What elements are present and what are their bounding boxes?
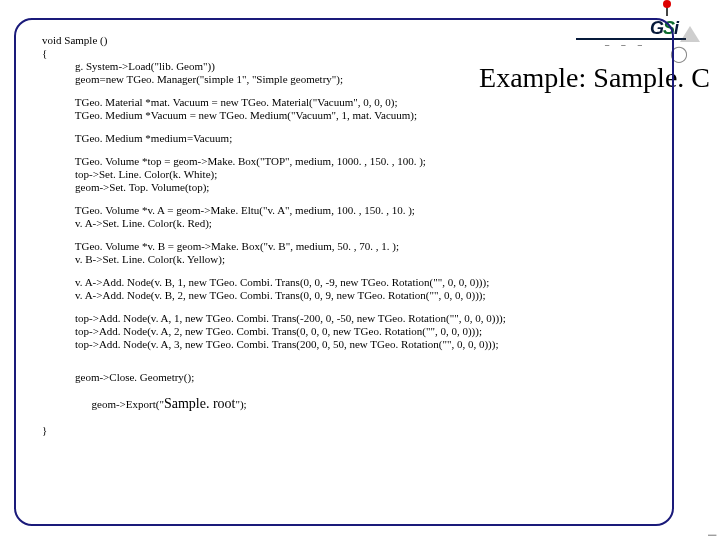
triangle-icon	[680, 26, 700, 42]
code-line: geom=new TGeo. Manager("simple 1", "Simp…	[42, 73, 658, 86]
code-line: g. System->Load("lib. Geom"))	[42, 60, 658, 73]
code-line: TGeo. Volume *v. A = geom->Make. Eltu("v…	[42, 204, 658, 217]
code-text: geom->Export("	[59, 398, 164, 410]
code-line: top->Add. Node(v. A, 1, new TGeo. Combi.…	[42, 312, 658, 325]
code-line: }	[42, 424, 658, 437]
code-line: TGeo. Volume *top = geom->Make. Box("TOP…	[42, 155, 658, 168]
code-line: TGeo. Medium *medium=Vacuum;	[42, 132, 658, 145]
code-line: TGeo. Medium *Vacuum = new TGeo. Medium(…	[42, 109, 658, 122]
code-line: top->Set. Line. Color(k. White);	[42, 168, 658, 181]
gsi-i: i	[674, 18, 678, 38]
code-frame: void Sample () { g. System->Load("lib. G…	[14, 18, 674, 526]
code-text: ");	[235, 398, 246, 410]
code-emph: Sample. root	[164, 396, 236, 411]
slide: GSi ◯ ─ ─ ─ Example: Sample. C void Samp…	[0, 0, 720, 540]
code-line: geom->Set. Top. Volume(top);	[42, 181, 658, 194]
code-line: geom->Close. Geometry();	[42, 371, 658, 384]
code-line: void Sample ()	[42, 34, 658, 47]
code-line: {	[42, 47, 658, 60]
code-line: v. A->Add. Node(v. B, 2, new TGeo. Combi…	[42, 289, 658, 302]
code-line: v. A->Set. Line. Color(k. Red);	[42, 217, 658, 230]
code-line: TGeo. Volume *v. B = geom->Make. Box("v.…	[42, 240, 658, 253]
code-line: geom->Export("Sample. root");	[42, 384, 658, 424]
code-line: top->Add. Node(v. A, 3, new TGeo. Combi.…	[42, 338, 658, 351]
antenna-icon	[666, 4, 668, 16]
code-line: top->Add. Node(v. A, 2, new TGeo. Combi.…	[42, 325, 658, 338]
code-line: v. A->Add. Node(v. B, 1, new TGeo. Combi…	[42, 276, 658, 289]
code-line: v. B->Set. Line. Color(k. Yellow);	[42, 253, 658, 266]
code-line: TGeo. Material *mat. Vacuum = new TGeo. …	[42, 96, 658, 109]
corner-mark-icon: ⎯	[708, 520, 716, 536]
